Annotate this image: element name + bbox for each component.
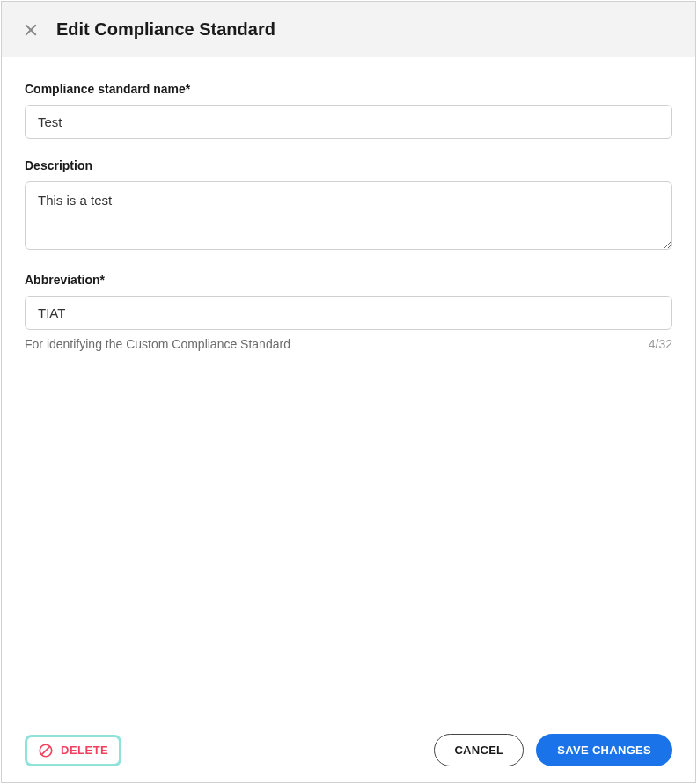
name-label: Compliance standard name* [25,82,672,96]
modal-header: Edit Compliance Standard [2,2,695,57]
save-button[interactable]: SAVE CHANGES [536,734,672,766]
description-group: Description This is a test [25,158,672,253]
name-input[interactable] [25,105,672,139]
delete-button[interactable]: DELETE [25,735,121,766]
abbreviation-counter: 4/32 [649,337,672,351]
footer-actions: CANCEL SAVE CHANGES [434,734,672,766]
svg-line-3 [41,746,50,755]
modal-footer: DELETE CANCEL SAVE CHANGES [25,722,672,766]
edit-compliance-modal: Edit Compliance Standard Compliance stan… [1,1,696,783]
delete-label: DELETE [61,744,108,757]
ban-icon [38,743,54,758]
name-group: Compliance standard name* [25,82,672,139]
abbreviation-label: Abbreviation* [25,273,672,287]
abbreviation-group: Abbreviation* For identifying the Custom… [25,273,672,351]
cancel-button[interactable]: CANCEL [434,734,524,766]
close-icon[interactable] [23,22,39,38]
description-label: Description [25,158,672,172]
modal-title: Edit Compliance Standard [56,19,275,40]
abbreviation-input[interactable] [25,296,672,330]
description-textarea[interactable]: This is a test [25,181,672,250]
abbreviation-helper-row: For identifying the Custom Compliance St… [25,337,672,351]
modal-body: Compliance standard name* Description Th… [2,57,695,782]
abbreviation-helper: For identifying the Custom Compliance St… [25,337,290,351]
